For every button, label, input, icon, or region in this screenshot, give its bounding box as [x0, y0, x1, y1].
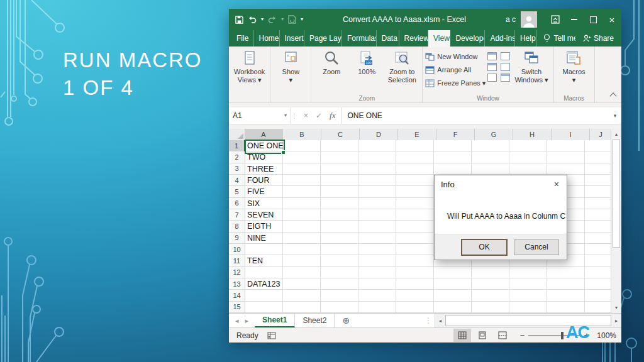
row-header[interactable]: 11: [229, 255, 245, 266]
page-layout-view-icon[interactable]: [474, 329, 491, 342]
row-header[interactable]: 7: [229, 209, 245, 221]
undo-icon[interactable]: [248, 16, 257, 23]
vertical-scroll-thumb[interactable]: [613, 140, 620, 248]
column-header-b[interactable]: B: [283, 129, 321, 140]
cancel-entry-icon[interactable]: ×: [304, 111, 308, 120]
redo-icon[interactable]: [268, 16, 277, 23]
maximize-button[interactable]: [584, 9, 602, 30]
scroll-right-icon[interactable]: ▸: [611, 314, 621, 327]
page-break-preview-icon[interactable]: [494, 329, 511, 342]
row-header[interactable]: 3: [229, 163, 245, 175]
row-header[interactable]: 5: [229, 186, 245, 197]
synchronous-scrolling-icon[interactable]: [501, 63, 510, 71]
cell[interactable]: FIVE: [247, 186, 265, 197]
column-header-h[interactable]: H: [513, 129, 552, 140]
switch-windows-button[interactable]: Switch Windows ▾: [512, 49, 550, 85]
hide-window-icon[interactable]: [487, 63, 497, 71]
avatar[interactable]: [521, 11, 537, 28]
refresh-document-icon[interactable]: [288, 15, 296, 24]
scroll-left-icon[interactable]: ◂: [435, 314, 445, 327]
tab-help[interactable]: Help: [515, 30, 538, 47]
tab-insert[interactable]: Insert: [280, 30, 305, 47]
split-icon[interactable]: [487, 52, 497, 60]
column-header-c[interactable]: C: [321, 129, 360, 140]
zoom-to-selection-button[interactable]: Zoom to Selection: [384, 49, 419, 85]
undo-dropdown-caret[interactable]: ▾: [261, 17, 264, 22]
cell[interactable]: DATA123: [247, 278, 280, 290]
row-header[interactable]: 13: [229, 278, 245, 290]
zoom-slider-thumb[interactable]: [561, 332, 564, 339]
formula-input[interactable]: ONE ONE: [342, 107, 609, 124]
cell[interactable]: TEN: [247, 255, 263, 266]
cell[interactable]: NINE: [247, 233, 266, 244]
macro-record-icon[interactable]: [267, 332, 276, 339]
unhide-window-icon[interactable]: [487, 74, 497, 82]
expand-formula-bar-icon[interactable]: ▾: [609, 107, 621, 124]
formula-bar-grip[interactable]: ⋮: [291, 107, 297, 124]
row-header[interactable]: 2: [229, 151, 245, 163]
column-header-i[interactable]: I: [552, 129, 590, 140]
share-button[interactable]: Share: [575, 30, 621, 47]
ribbon-display-options-icon[interactable]: [546, 9, 565, 30]
column-header-f[interactable]: F: [436, 129, 475, 140]
arrange-all-button[interactable]: Arrange All: [425, 64, 486, 75]
next-sheet-icon[interactable]: ▸: [245, 317, 249, 325]
dialog-close-icon[interactable]: ×: [553, 179, 560, 189]
column-header-g[interactable]: G: [475, 129, 513, 140]
new-window-button[interactable]: New Window: [425, 51, 486, 62]
cell[interactable]: SEVEN: [247, 209, 274, 221]
column-header-d[interactable]: D: [360, 129, 398, 140]
row-header[interactable]: 9: [229, 233, 245, 244]
row-header[interactable]: 15: [229, 302, 245, 313]
close-button[interactable]: ×: [602, 9, 621, 30]
zoom-percent[interactable]: 100%: [591, 331, 616, 340]
column-header-a[interactable]: A: [245, 129, 283, 140]
cell[interactable]: FOUR: [247, 175, 269, 186]
cell[interactable]: EIGTH: [247, 221, 271, 232]
fill-handle[interactable]: [281, 150, 286, 155]
name-box-caret[interactable]: ▾: [284, 113, 287, 118]
tab-file[interactable]: File: [229, 30, 254, 47]
prev-sheet-icon[interactable]: ◂: [235, 317, 239, 325]
tell-me-box[interactable]: Tell me: [537, 30, 575, 47]
show-button[interactable]: Show ▾: [273, 49, 308, 85]
redo-dropdown-caret[interactable]: ▾: [281, 17, 284, 22]
vertical-scrollbar[interactable]: ▴ ▾: [611, 129, 621, 313]
macros-button[interactable]: Macros ▾: [557, 49, 592, 85]
row-header[interactable]: 8: [229, 221, 245, 232]
tab-formulas[interactable]: Formulas: [342, 30, 377, 47]
sheet-tab-sheet1[interactable]: Sheet1: [255, 314, 295, 327]
tab-add-ins[interactable]: Add-ins: [485, 30, 515, 47]
name-box[interactable]: A1 ▾: [229, 107, 291, 124]
enter-entry-icon[interactable]: ✓: [316, 111, 322, 120]
cell[interactable]: SIX: [247, 198, 260, 209]
tab-review[interactable]: Review: [399, 30, 429, 47]
cell[interactable]: THREE: [247, 163, 274, 175]
collapse-ribbon-icon[interactable]: [609, 92, 616, 99]
new-sheet-icon[interactable]: ⊕: [335, 314, 357, 327]
row-header[interactable]: 4: [229, 175, 245, 186]
horizontal-scrollbar[interactable]: ◂ ▸: [435, 314, 621, 327]
sheet-tab-sheet2[interactable]: Sheet2: [295, 314, 335, 327]
row-header[interactable]: 12: [229, 267, 245, 278]
workbook-views-button[interactable]: Workbook Views ▾: [231, 49, 267, 85]
freeze-panes-button[interactable]: Freeze Panes ▾: [425, 77, 486, 89]
row-header[interactable]: 1: [229, 140, 245, 151]
scroll-down-icon[interactable]: ▾: [611, 302, 621, 313]
save-icon[interactable]: [235, 16, 243, 24]
user-name[interactable]: a c: [506, 15, 516, 24]
row-header[interactable]: 10: [229, 244, 245, 255]
normal-view-icon[interactable]: [453, 329, 471, 342]
view-side-by-side-icon[interactable]: [501, 52, 510, 60]
tab-home[interactable]: Home: [254, 30, 280, 47]
ok-button[interactable]: OK: [461, 239, 508, 256]
insert-function-icon[interactable]: fx: [330, 111, 335, 121]
tab-page-layout[interactable]: Page Layo: [304, 30, 342, 47]
minimize-button[interactable]: [565, 9, 584, 30]
reset-window-position-icon[interactable]: [501, 74, 510, 82]
zoom-button[interactable]: Zoom: [314, 49, 349, 77]
cancel-button[interactable]: Cancel: [514, 239, 559, 255]
zoom-out-icon[interactable]: −: [520, 331, 525, 340]
tab-developer[interactable]: Develope: [450, 30, 485, 47]
dialog-titlebar[interactable]: Info ×: [435, 175, 567, 193]
